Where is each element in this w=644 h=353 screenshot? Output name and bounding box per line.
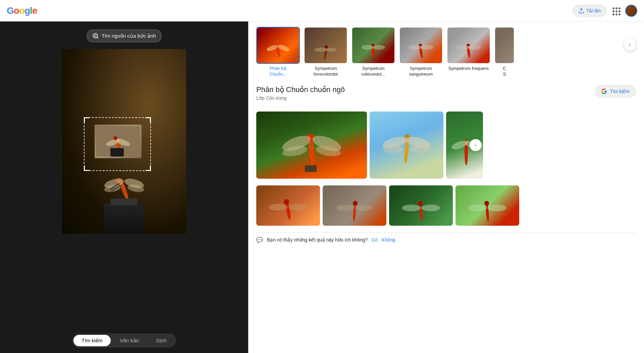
thumbnails-next-button[interactable]: › [624,39,636,51]
svg-point-69 [484,201,489,206]
bottom-thumb-3[interactable] [389,185,453,226]
svg-point-50 [410,145,430,153]
thumbnail-image[interactable] [352,27,395,64]
feedback-bar: 💬 Bạn có thấy những kết quả này hữu ích … [256,232,636,247]
svg-point-64 [421,205,440,211]
thumbnail-label: Sympetrum rubicundul... [352,66,395,77]
bottom-thumb-1[interactable] [256,185,320,226]
svg-point-33 [420,45,433,50]
svg-point-28 [362,45,374,50]
thumbnail-item[interactable]: Sympetrum fonscolombii [304,27,347,77]
feedback-no-button[interactable]: Không [382,237,395,242]
thumbnail-image[interactable] [256,27,300,64]
svg-point-62 [418,203,424,222]
svg-rect-17 [110,148,124,157]
svg-point-68 [488,205,506,211]
google-search-button[interactable]: Tìm kiếm [595,85,636,97]
svg-point-57 [284,199,289,205]
header-left: Google [7,5,37,16]
tab-search[interactable]: Tìm kiếm [73,335,110,346]
thumbnail-image[interactable] [399,27,443,64]
section-header: Phân bộ Chuồn chuồn ngô Lớp Côn trùng Tì… [256,85,636,106]
svg-point-2 [95,35,96,37]
bottom-thumbs [256,185,636,226]
google-logo: Google [7,5,37,16]
apps-button[interactable] [612,7,620,15]
svg-point-29 [373,45,385,50]
thumbnail-label: CS [503,66,506,77]
section-title-group: Phân bộ Chuồn chuồn ngô Lớp Côn trùng [256,85,345,106]
thumbnail-item[interactable]: Sympetrum frequens [447,27,490,72]
upload-label: Tải lên [586,8,601,13]
thumbnail-image[interactable] [304,27,347,64]
images-next-button[interactable]: › [470,139,482,151]
feedback-text: Bạn có thấy những kết quả này hữu ích kh… [267,237,368,242]
main-images-grid: › [256,112,636,179]
bottom-thumb-4[interactable] [455,185,519,226]
svg-point-67 [468,205,487,211]
feedback-yes-button[interactable]: Có [372,237,378,242]
tab-text[interactable]: Văn bản [112,335,147,346]
main-content: Tìm nguồn của bức ảnh [0,21,644,353]
header: Google Tải lên [0,0,644,21]
thumbnail-label: Sympetrum sanguineum [399,66,443,77]
svg-point-59 [337,205,354,211]
thumbnail-item[interactable]: Sympetrum sanguineum [399,27,443,77]
main-grid-image-2[interactable] [370,112,443,179]
main-image [62,49,186,234]
upload-button[interactable]: Tải lên [573,5,606,17]
svg-point-37 [468,45,481,50]
thumbnail-label: Sympetrum fonscolombii [304,66,347,77]
svg-point-61 [353,201,358,206]
upload-icon [578,8,584,14]
lens-icon [92,33,99,39]
selection-box [84,117,151,171]
svg-rect-44 [305,165,317,172]
google-g-icon [601,88,607,94]
avatar[interactable] [625,5,637,17]
selection-preview [95,125,142,158]
svg-point-58 [353,203,357,222]
search-source-button[interactable]: Tìm nguồn của bức ảnh [87,30,162,42]
tab-translate[interactable]: Dịch [148,335,175,346]
thumbnail-item[interactable]: CS [494,27,515,77]
svg-point-60 [355,205,372,211]
thumbnail-image[interactable] [447,27,490,64]
svg-point-49 [383,145,403,153]
thumbnail-label: Sympetrum frequens [448,66,489,72]
svg-point-16 [113,136,117,140]
svg-point-66 [485,203,490,222]
main-image-container [62,49,186,234]
thumbnails-row: Phân bộChuồn... Sympetrum fonscolombii [256,27,636,77]
thumbnail-image[interactable] [494,27,515,64]
svg-point-65 [418,201,423,206]
feedback-icon: 💬 [256,237,263,243]
tab-bar: Tìm kiếm Văn bản Dịch [72,334,176,348]
header-right: Tải lên [573,5,637,17]
search-btn-label: Tìm kiếm [610,89,630,94]
section-subtitle: Lớp Côn trùng [256,95,345,101]
thumbnail-item[interactable]: Phân bộChuồn... [256,27,300,77]
svg-point-25 [325,48,337,52]
bottom-thumb-2[interactable] [323,185,386,226]
main-grid-image-3[interactable]: › [446,112,483,179]
main-grid-image-1[interactable] [256,112,367,179]
section-title: Phân bộ Chuồn chuồn ngô [256,85,345,94]
svg-point-63 [402,205,421,211]
svg-point-1 [93,34,97,38]
search-source-label: Tìm nguồn của bức ảnh [102,33,156,39]
thumbnail-label: Phân bộChuồn... [270,66,286,77]
svg-point-56 [289,204,308,211]
thumbnail-item[interactable]: Sympetrum rubicundul... [352,27,395,77]
svg-point-55 [269,204,287,211]
left-panel: Tìm nguồn của bức ảnh [0,21,248,353]
right-panel: Phân bộChuồn... Sympetrum fonscolombii [248,21,644,353]
